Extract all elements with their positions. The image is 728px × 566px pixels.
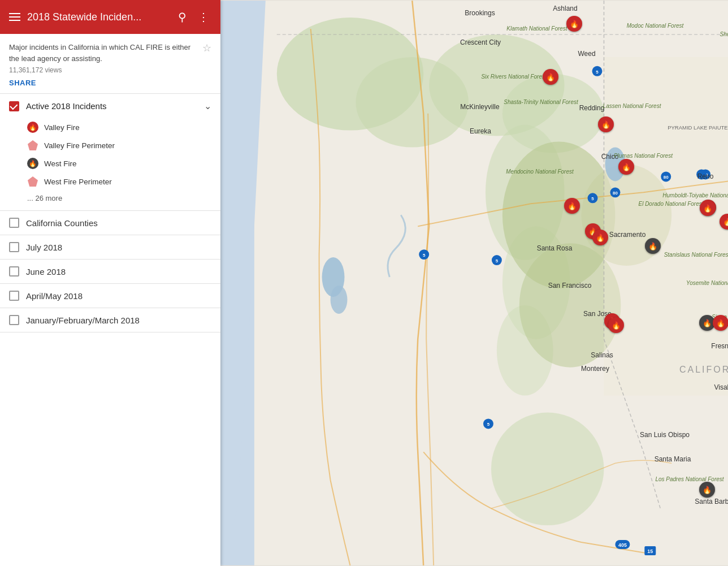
description-area: Major incidents in California in which C… <box>0 34 220 94</box>
layer-california-counties: California Counties <box>0 211 220 235</box>
layer-label-june-2018: June 2018 <box>26 267 211 276</box>
layer-label-jan-feb-mar-2018: January/February/March 2018 <box>26 316 211 325</box>
layer-header-california-counties[interactable]: California Counties <box>0 211 220 235</box>
checkbox-active-2018[interactable] <box>9 101 19 111</box>
sublayers-active-2018: 🔥 Valley Fire Valley Fire Perimeter 🔥 We… <box>0 118 220 210</box>
more-link[interactable]: ... 26 more <box>0 191 220 206</box>
layers-list: Active 2018 Incidents ⌄ 🔥 Valley Fire Va… <box>0 94 220 332</box>
svg-point-12 <box>491 412 604 525</box>
checkbox-jan-feb-mar-2018[interactable] <box>9 315 19 325</box>
perimeter-icon-2 <box>28 176 38 187</box>
layer-label-april-may-2018: April/May 2018 <box>26 291 211 301</box>
star-icon[interactable]: ☆ <box>202 42 211 54</box>
valley-fire-perimeter-icon <box>27 140 38 151</box>
layer-label-california-counties: California Counties <box>26 218 211 228</box>
svg-point-15 <box>331 286 348 314</box>
layer-jan-feb-mar-2018: January/February/March 2018 <box>0 308 220 332</box>
sublayer-label-west-fire: West Fire <box>44 159 77 168</box>
sublayer-label-valley-fire: Valley Fire <box>44 123 80 132</box>
west-fire-icon: 🔥 <box>27 158 38 169</box>
fire-dark-icon: 🔥 <box>27 158 38 169</box>
svg-text:15: 15 <box>647 548 653 554</box>
layer-header-june-2018[interactable]: June 2018 <box>0 260 220 283</box>
layer-header-active-2018[interactable]: Active 2018 Incidents ⌄ <box>0 94 220 118</box>
checkbox-california-counties[interactable] <box>9 218 19 228</box>
app-header: 2018 Statewide Inciden... ⚲ ⋮ <box>0 0 220 34</box>
checkbox-july-2018[interactable] <box>9 242 19 252</box>
svg-text:80: 80 <box>664 175 669 180</box>
sublayer-valley-fire: 🔥 Valley Fire <box>0 118 220 136</box>
layer-header-jan-feb-mar-2018[interactable]: January/February/March 2018 <box>0 308 220 332</box>
layer-header-july-2018[interactable]: July 2018 <box>0 235 220 259</box>
perimeter-icon <box>28 140 38 150</box>
sublayer-label-valley-fire-perimeter: Valley Fire Perimeter <box>44 141 115 150</box>
svg-text:405: 405 <box>618 542 627 548</box>
menu-icon[interactable] <box>9 13 20 21</box>
search-icon[interactable]: ⚲ <box>176 8 189 26</box>
layer-header-april-may-2018[interactable]: April/May 2018 <box>0 284 220 308</box>
description-text: Major incidents in California in which C… <box>9 42 198 64</box>
svg-text:5: 5 <box>487 422 490 427</box>
valley-fire-icon: 🔥 <box>27 122 38 133</box>
svg-rect-16 <box>604 57 728 396</box>
more-vert-icon[interactable]: ⋮ <box>196 8 211 26</box>
svg-text:5: 5 <box>591 196 594 201</box>
west-fire-perimeter-icon <box>27 176 38 187</box>
layer-july-2018: July 2018 <box>0 235 220 260</box>
checkbox-june-2018[interactable] <box>9 266 19 276</box>
sidebar: 2018 Statewide Inciden... ⚲ ⋮ Major inci… <box>0 0 220 566</box>
views-count: 11,361,172 views <box>9 66 198 74</box>
layer-label-active-2018: Active 2018 Incidents <box>26 101 197 111</box>
layer-active-2018: Active 2018 Incidents ⌄ 🔥 Valley Fire Va… <box>0 94 220 211</box>
chevron-active-2018[interactable]: ⌄ <box>204 101 211 111</box>
map-area[interactable]: 405 5 5 5 5 5 80 80 80 80 15 5 AshlandBr… <box>220 0 728 566</box>
sublayer-west-fire: 🔥 West Fire <box>0 154 220 172</box>
app-title: 2018 Statewide Inciden... <box>27 11 169 23</box>
svg-text:80: 80 <box>613 191 618 196</box>
layer-june-2018: June 2018 <box>0 260 220 284</box>
sublayer-west-fire-perimeter: West Fire Perimeter <box>0 172 220 191</box>
sublayer-label-west-fire-perimeter: West Fire Perimeter <box>44 178 112 186</box>
svg-text:5: 5 <box>596 70 599 75</box>
svg-text:5: 5 <box>423 253 426 258</box>
svg-text:5: 5 <box>496 258 499 263</box>
checkbox-april-may-2018[interactable] <box>9 291 19 301</box>
layer-label-july-2018: July 2018 <box>26 243 211 252</box>
layer-april-may-2018: April/May 2018 <box>0 284 220 308</box>
svg-point-17 <box>605 148 625 182</box>
share-button[interactable]: SHARE <box>9 79 36 87</box>
sublayer-valley-fire-perimeter: Valley Fire Perimeter <box>0 136 220 154</box>
svg-point-42 <box>696 169 707 179</box>
fire-red-icon: 🔥 <box>27 122 38 133</box>
